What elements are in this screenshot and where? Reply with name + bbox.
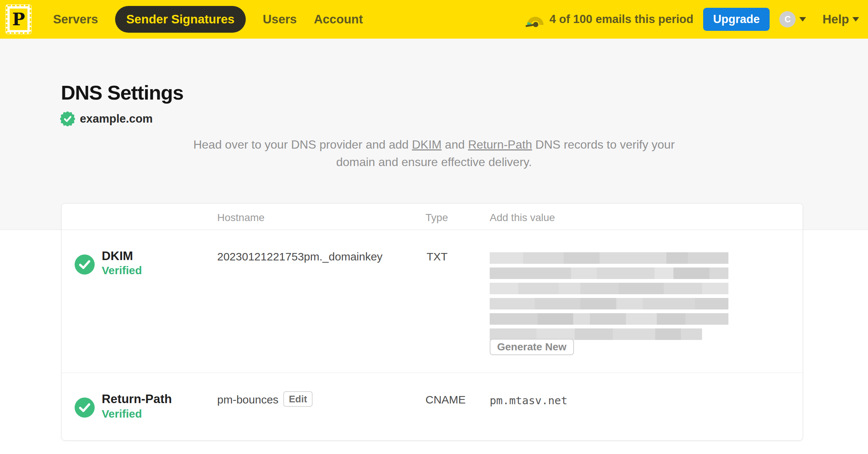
redacted-dns-value	[490, 252, 728, 344]
status-badge: Verified	[102, 264, 142, 277]
postmark-logo[interactable]: P	[6, 4, 32, 34]
avatar[interactable]: C	[779, 11, 796, 27]
navbar-right: 4 of 100 emails this period Upgrade C He…	[526, 8, 859, 31]
usage-count-label: 4 of 100 emails this period	[549, 13, 694, 26]
usage-meter: 4 of 100 emails this period	[526, 11, 694, 28]
column-header-add-this-value: Add this value	[490, 212, 555, 224]
nav-item-users[interactable]: Users	[263, 12, 297, 26]
chevron-down-icon	[799, 17, 806, 22]
generate-new-button[interactable]: Generate New	[490, 339, 574, 355]
return-path-link[interactable]: Return-Path	[468, 138, 532, 151]
verified-rosette-icon	[60, 111, 75, 126]
page-title: DNS Settings	[61, 81, 183, 104]
dns-value: pm.mtasv.net	[490, 394, 568, 407]
account-menu[interactable]: C	[779, 11, 806, 27]
redacted-bar	[490, 298, 728, 309]
help-menu[interactable]: Help	[822, 12, 859, 26]
postmark-logo-stamp: P	[10, 9, 27, 30]
upgrade-button[interactable]: Upgrade	[703, 8, 770, 31]
table-header-row: Hostname Type Add this value	[62, 204, 803, 230]
column-header-type: Type	[425, 212, 448, 224]
redacted-bar	[490, 313, 728, 325]
record-name: Return-Path	[102, 392, 172, 406]
redacted-bar	[490, 283, 728, 294]
nav-item-account[interactable]: Account	[314, 12, 363, 26]
postmark-logo-letter: P	[12, 11, 25, 28]
dns-records-card: Hostname Type Add this value DKIM Verifi…	[61, 203, 803, 441]
description-text: and	[441, 138, 468, 151]
verified-check-icon	[75, 254, 95, 275]
redacted-bar	[490, 328, 702, 340]
top-navbar: P Servers Sender Signatures Users Accoun…	[0, 0, 868, 39]
primary-nav: Servers Sender Signatures Users Account	[53, 6, 363, 33]
record-type: TXT	[427, 250, 448, 263]
domain-name: example.com	[80, 112, 153, 126]
redacted-bar	[490, 267, 728, 279]
record-type: CNAME	[425, 393, 466, 406]
hostname-value: pm-bounces	[217, 393, 278, 406]
verified-check-icon	[75, 398, 95, 418]
help-label[interactable]: Help	[822, 12, 849, 26]
record-name: DKIM	[102, 249, 133, 263]
row-divider	[62, 373, 803, 373]
dns-settings-page: P Servers Sender Signatures Users Accoun…	[0, 0, 868, 454]
redacted-bar	[490, 252, 728, 264]
column-header-hostname: Hostname	[217, 212, 265, 224]
nav-item-sender-signatures[interactable]: Sender Signatures	[115, 6, 246, 33]
domain-row: example.com	[60, 111, 153, 126]
page-description: Head over to your DNS provider and add D…	[193, 136, 675, 171]
nav-item-servers[interactable]: Servers	[53, 12, 98, 26]
gauge-icon	[526, 11, 545, 28]
status-badge: Verified	[102, 408, 142, 420]
chevron-down-icon	[852, 17, 859, 22]
edit-button[interactable]: Edit	[283, 391, 313, 407]
hostname-value: 20230121221753pm._domainkey	[217, 250, 382, 263]
hero-band	[0, 39, 868, 230]
description-text: Head over to your DNS provider and add	[193, 138, 412, 151]
dkim-link[interactable]: DKIM	[412, 138, 441, 151]
